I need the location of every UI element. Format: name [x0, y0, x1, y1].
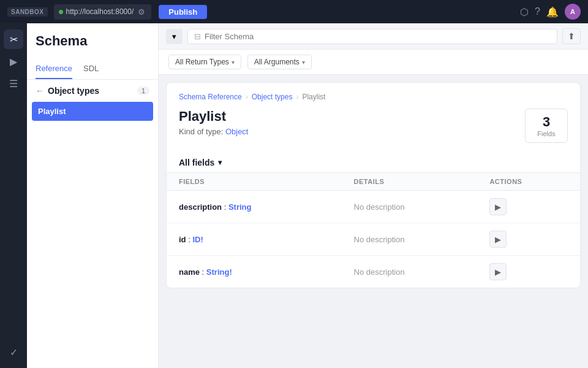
field-name: name: [179, 267, 200, 277]
sidebar-icon-check[interactable]: ✓: [4, 342, 23, 362]
list-icon: ☰: [9, 78, 18, 90]
field-details: No description: [354, 235, 405, 244]
content-header: Playlist Kind of type: Object 3 Fields: [167, 104, 580, 153]
field-details: No description: [354, 202, 405, 212]
field-type-link[interactable]: String: [228, 202, 252, 212]
field-action-button[interactable]: ▶: [489, 263, 507, 280]
help-icon[interactable]: ?: [535, 6, 540, 17]
field-actions-cell: ▶: [477, 191, 580, 223]
filter-schema-input[interactable]: [205, 32, 551, 41]
sidebar-icon-play[interactable]: ▶: [4, 52, 23, 71]
back-arrow-icon: ←: [36, 86, 44, 96]
arguments-label: All Arguments: [254, 58, 300, 66]
table-row: description : String No description ▶: [167, 191, 580, 223]
all-fields-label: All fields: [179, 158, 214, 167]
schema-title: Schema: [36, 33, 149, 49]
filter-input-wrap: ⊟: [187, 29, 557, 44]
content-box: Schema Reference › Object types › Playli…: [166, 82, 581, 288]
field-type-link[interactable]: ID!: [192, 235, 203, 244]
scissors-icon: ✂: [10, 34, 18, 45]
arguments-filter[interactable]: All Arguments ▾: [247, 55, 312, 69]
content-header-left: Playlist Kind of type: Object: [179, 109, 248, 136]
return-types-filter[interactable]: All Return Types ▾: [168, 55, 241, 69]
kind-type-link[interactable]: Object: [225, 127, 249, 136]
all-fields-chevron: ▾: [218, 158, 222, 167]
return-types-label: All Return Types: [175, 58, 229, 66]
field-details-cell: No description: [342, 191, 478, 223]
tab-reference[interactable]: Reference: [36, 59, 72, 79]
sidebar-icon-scissors[interactable]: ✂: [4, 29, 23, 49]
col-header-details: DETAILS: [342, 173, 478, 191]
tab-sdl[interactable]: SDL: [83, 59, 99, 79]
field-action-button[interactable]: ▶: [489, 198, 507, 215]
field-details-cell: No description: [342, 223, 478, 256]
object-types-header[interactable]: ← Object types 1: [27, 80, 158, 102]
field-type-link[interactable]: String!: [206, 267, 232, 277]
play-icon: ▶: [10, 56, 17, 67]
breadcrumb-sep-1: ›: [246, 93, 248, 101]
breadcrumb-current: Playlist: [302, 93, 325, 101]
url-text: http://localhost:8000/: [66, 7, 134, 16]
left-panel-header: Schema: [27, 23, 158, 59]
kind-label: Kind of type:: [179, 127, 223, 136]
breadcrumb-sep-2: ›: [296, 93, 298, 101]
all-fields-header[interactable]: All fields ▾: [167, 153, 580, 172]
sandbox-badge: SANDBOX: [7, 7, 48, 17]
fields-badge: 3 Fields: [525, 109, 568, 143]
apollo-icon[interactable]: ⬡: [520, 6, 529, 18]
filter-bar: ▾ ⊟ ⬆: [159, 23, 588, 50]
check-icon: ✓: [10, 347, 18, 358]
field-separator: :: [224, 202, 228, 212]
tabs: Reference SDL: [27, 59, 158, 80]
action-play-icon: ▶: [495, 267, 501, 277]
fields-count: 3: [535, 114, 557, 130]
notifications-icon[interactable]: 🔔: [546, 6, 559, 18]
breadcrumb-object-types[interactable]: Object types: [252, 93, 293, 101]
field-action-button[interactable]: ▶: [489, 231, 507, 248]
field-separator: :: [202, 267, 206, 277]
content-title: Playlist: [179, 109, 248, 125]
field-name-cell: description : String: [167, 191, 342, 223]
table-header-row: FIELDS DETAILS ACTIONS: [167, 173, 580, 191]
breadcrumb-schema-ref[interactable]: Schema Reference: [179, 93, 242, 101]
field-details-cell: No description: [342, 256, 478, 288]
filter-icon: ⊟: [194, 32, 201, 41]
url-status-dot: [59, 10, 63, 14]
publish-button[interactable]: Publish: [159, 5, 207, 19]
dropdown-toggle-button[interactable]: ▾: [166, 29, 183, 44]
field-actions-cell: ▶: [477, 223, 580, 256]
action-play-icon: ▶: [495, 235, 501, 244]
topbar-right: ⬡ ? 🔔 A: [520, 4, 581, 20]
avatar[interactable]: A: [565, 4, 581, 20]
chevron-down-icon: ▾: [172, 32, 176, 41]
icon-sidebar: ✂ ▶ ☰ ✓: [0, 23, 27, 368]
url-bar[interactable]: http://localhost:8000/ ⚙: [54, 4, 152, 20]
field-actions-cell: ▶: [477, 256, 580, 288]
table-row: name : String! No description ▶: [167, 256, 580, 288]
app-body: ✂ ▶ ☰ ✓ Schema Reference SDL ← Object ty…: [0, 23, 588, 368]
arguments-chevron: ▾: [302, 59, 305, 66]
object-types-count: 1: [137, 86, 149, 95]
kind-of-type: Kind of type: Object: [179, 127, 248, 136]
col-header-actions: ACTIONS: [477, 173, 580, 191]
url-settings-button[interactable]: ⚙: [137, 6, 146, 18]
field-name: id: [179, 235, 186, 244]
return-types-chevron: ▾: [232, 59, 235, 66]
nav-item-playlist[interactable]: Playlist: [32, 102, 153, 121]
export-button[interactable]: ⬆: [562, 28, 581, 44]
export-icon: ⬆: [568, 31, 575, 41]
breadcrumb: Schema Reference › Object types › Playli…: [167, 83, 580, 104]
fields-table: FIELDS DETAILS ACTIONS description : Str…: [167, 172, 580, 288]
field-name-cell: name : String!: [167, 256, 342, 288]
fields-label: Fields: [535, 130, 557, 137]
filter-types-bar: All Return Types ▾ All Arguments ▾: [159, 50, 588, 75]
field-details: No description: [354, 267, 405, 277]
col-header-fields: FIELDS: [167, 173, 342, 191]
table-row: id : ID! No description ▶: [167, 223, 580, 256]
gear-icon: ⚙: [138, 7, 145, 17]
field-name-cell: id : ID!: [167, 223, 342, 256]
left-panel: Schema Reference SDL ← Object types 1 Pl…: [27, 23, 159, 368]
main-content: ▾ ⊟ ⬆ All Return Types ▾ All Arguments ▾: [159, 23, 588, 368]
sidebar-icon-list[interactable]: ☰: [4, 74, 23, 93]
action-play-icon: ▶: [495, 202, 501, 212]
